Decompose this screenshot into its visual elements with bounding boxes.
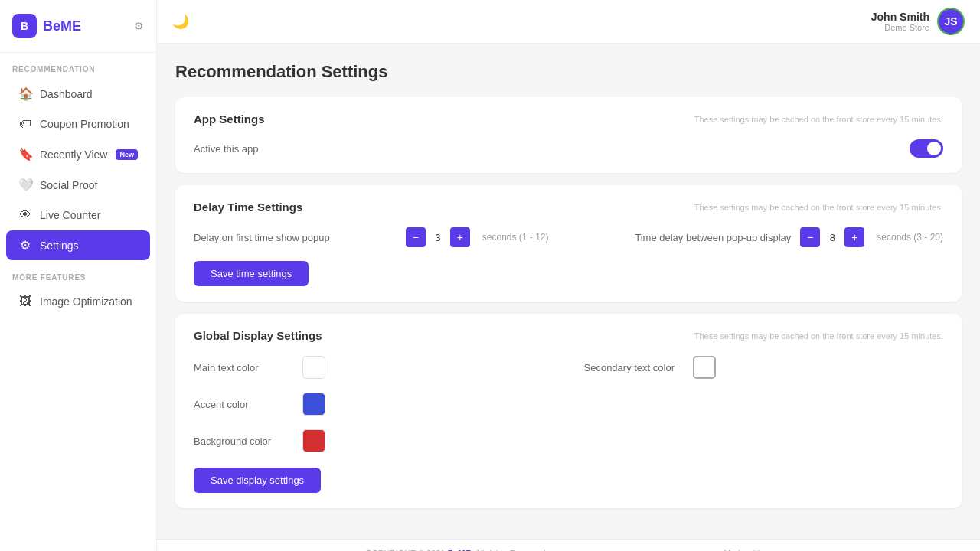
sidebar-item-label-recently: Recently View bbox=[40, 148, 107, 161]
app-settings-header: App Settings These settings may be cache… bbox=[194, 112, 943, 126]
sidebar-logo: B BeME ⚙ bbox=[0, 0, 156, 53]
sidebar-item-label-dashboard: Dashboard bbox=[40, 88, 93, 100]
sidebar-item-label-image: Image Optimization bbox=[40, 295, 132, 308]
display-settings-title: Global Display Settings bbox=[194, 329, 322, 342]
delay-settings-card: Delay Time Settings These settings may b… bbox=[175, 185, 962, 302]
page-title: Recommendation Settings bbox=[175, 62, 962, 82]
between-delay-increment[interactable]: + bbox=[844, 227, 864, 247]
sidebar-section-label: MORE FEATURES bbox=[0, 261, 156, 286]
main-text-color-row: Main text color bbox=[194, 356, 554, 379]
between-delay-label: Time delay between pop-up display bbox=[558, 232, 792, 243]
first-delay-decrement[interactable]: − bbox=[406, 227, 426, 247]
first-delay-label: Delay on first time show popup bbox=[194, 232, 397, 243]
sidebar-item-social[interactable]: 🤍Social Proof bbox=[6, 170, 150, 200]
main-text-color-label: Main text color bbox=[194, 362, 293, 373]
topbar-left: 🌙 bbox=[172, 13, 189, 30]
display-settings-hint: These settings may be cached on the fron… bbox=[694, 331, 943, 341]
secondary-text-color-row: Secondary text color bbox=[584, 356, 944, 379]
sidebar-item-label-social: Social Proof bbox=[40, 179, 97, 191]
coupon-icon: 🏷 bbox=[18, 117, 32, 131]
sidebar-item-counter[interactable]: 👁Live Counter bbox=[6, 201, 150, 230]
between-delay-unit: seconds (3 - 20) bbox=[877, 232, 943, 243]
delay-settings-hint: These settings may be cached on the fron… bbox=[694, 203, 943, 212]
bg-color-label: Background color bbox=[194, 435, 293, 447]
user-info: John Smith Demo Store bbox=[871, 11, 929, 32]
delay-settings-title: Delay Time Settings bbox=[194, 201, 302, 214]
logo-text: BeME bbox=[43, 18, 81, 34]
bg-color-row bbox=[584, 393, 944, 416]
avatar[interactable]: JS bbox=[937, 8, 965, 35]
between-delay-stepper: − 8 + bbox=[800, 227, 864, 247]
counter-icon: 👁 bbox=[18, 208, 32, 222]
sidebar-item-label-counter: Live Counter bbox=[40, 209, 100, 221]
delay-settings-header: Delay Time Settings These settings may b… bbox=[194, 201, 943, 214]
topbar: 🌙 John Smith Demo Store JS bbox=[157, 0, 980, 44]
sidebar-item-recently[interactable]: 🔖Recently ViewNew bbox=[6, 139, 150, 169]
display-settings-header: Global Display Settings These settings m… bbox=[194, 329, 943, 342]
color-grid: Main text color Secondary text color Acc… bbox=[194, 356, 943, 452]
image-icon: 🖼 bbox=[18, 295, 32, 308]
main-content: 🌙 John Smith Demo Store JS Recommendatio… bbox=[157, 0, 980, 551]
bg-color-row-actual: Background color bbox=[194, 429, 554, 452]
first-delay-value: 3 bbox=[426, 232, 450, 243]
bg-color-swatch[interactable] bbox=[302, 429, 325, 452]
main-text-color-swatch[interactable] bbox=[302, 356, 325, 379]
topbar-right: John Smith Demo Store JS bbox=[871, 8, 965, 35]
accent-color-row: Accent color bbox=[194, 393, 554, 416]
user-name: John Smith bbox=[871, 11, 929, 23]
first-delay-increment[interactable]: + bbox=[450, 227, 470, 247]
sidebar-item-coupon[interactable]: 🏷Coupon Promotion bbox=[6, 109, 150, 139]
settings-icon: ⚙ bbox=[18, 238, 32, 253]
between-delay-value: 8 bbox=[820, 232, 844, 243]
secondary-text-color-label: Secondary text color bbox=[584, 362, 684, 373]
active-app-row: Active this app bbox=[194, 139, 943, 158]
sidebar-item-dashboard[interactable]: 🏠Dashboard bbox=[6, 79, 150, 109]
save-display-settings-button[interactable]: Save display settings bbox=[194, 468, 321, 493]
first-delay-unit: seconds (1 - 12) bbox=[482, 232, 549, 243]
social-icon: 🤍 bbox=[18, 178, 32, 192]
badge-recently: New bbox=[116, 149, 138, 160]
sidebar-item-settings[interactable]: ⚙Settings bbox=[6, 230, 150, 260]
dark-mode-icon[interactable]: 🌙 bbox=[172, 13, 189, 30]
app-settings-title: App Settings bbox=[194, 112, 265, 126]
dashboard-icon: 🏠 bbox=[18, 86, 32, 101]
sidebar-item-label-settings: Settings bbox=[40, 240, 79, 252]
display-settings-card: Global Display Settings These settings m… bbox=[175, 314, 962, 508]
logo-icon: B bbox=[12, 14, 37, 38]
sidebar-section-label: RECOMMENDATION bbox=[0, 53, 156, 78]
delay-row: Delay on first time show popup − 3 + sec… bbox=[194, 227, 943, 247]
sidebar-nav: RECOMMENDATION🏠Dashboard🏷Coupon Promotio… bbox=[0, 53, 156, 317]
settings-gear-icon[interactable]: ⚙ bbox=[134, 20, 144, 32]
between-delay-decrement[interactable]: − bbox=[800, 227, 820, 247]
app-settings-card: App Settings These settings may be cache… bbox=[175, 97, 962, 173]
sidebar: B BeME ⚙ RECOMMENDATION🏠Dashboard🏷Coupon… bbox=[0, 0, 157, 551]
footer: COPYRIGHT © 2021 BeME, All rights Reserv… bbox=[157, 539, 980, 551]
app-settings-hint: These settings may be cached on the fron… bbox=[694, 115, 943, 124]
accent-color-swatch[interactable] bbox=[302, 393, 325, 416]
active-app-label: Active this app bbox=[194, 143, 259, 155]
accent-color-label: Accent color bbox=[194, 399, 293, 410]
user-store: Demo Store bbox=[871, 23, 929, 32]
first-delay-stepper: − 3 + bbox=[406, 227, 470, 247]
save-time-settings-button[interactable]: Save time settings bbox=[194, 261, 309, 286]
active-app-toggle[interactable] bbox=[910, 139, 943, 158]
sidebar-item-label-coupon: Coupon Promotion bbox=[40, 118, 129, 130]
recently-icon: 🔖 bbox=[18, 147, 32, 161]
sidebar-item-image[interactable]: 🖼Image Optimization bbox=[6, 287, 150, 316]
content-area: Recommendation Settings App Settings The… bbox=[157, 44, 980, 539]
secondary-text-color-swatch[interactable] bbox=[693, 356, 716, 379]
